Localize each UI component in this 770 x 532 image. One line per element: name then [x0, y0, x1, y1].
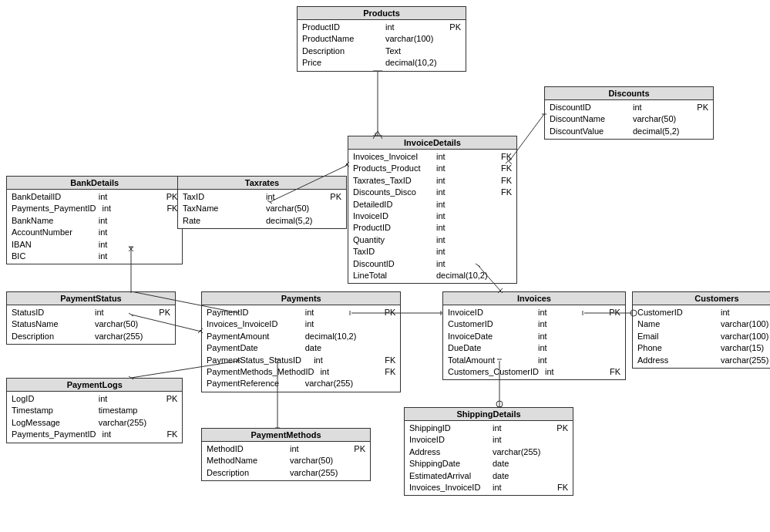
col-key — [162, 417, 177, 429]
col-key — [496, 246, 512, 258]
table-row: Payments_PaymentIDintFK — [10, 203, 179, 214]
col-type: varchar(50) — [633, 113, 687, 125]
col-type: decimal(5,2) — [266, 215, 320, 227]
col-name: LogID — [12, 393, 89, 405]
col-key: FK — [380, 366, 395, 378]
col-name: Payments_PaymentID — [12, 429, 96, 440]
entity-header-paymentlogs: PaymentLogs — [7, 379, 182, 392]
entity-paymentstatus: PaymentStatusStatusIDintPKStatusNamevarc… — [6, 291, 176, 345]
col-type: varchar(255) — [290, 467, 344, 479]
col-type: date — [493, 458, 546, 470]
table-row: IBANint — [10, 239, 179, 251]
col-key — [326, 215, 341, 227]
table-row: Ratedecimal(5,2) — [181, 215, 343, 227]
col-type: int — [99, 227, 153, 238]
table-row: DiscountIDint — [351, 258, 513, 270]
col-type: int — [436, 210, 490, 222]
col-name: ShippingDate — [409, 458, 486, 470]
entity-invoices: InvoicesInvoiceIDintPKCustomerIDintInvoi… — [442, 291, 626, 380]
col-name: PaymentDate — [207, 342, 284, 354]
col-name: ProductID — [302, 22, 379, 33]
col-type: varchar(100) — [385, 33, 439, 45]
col-type: int — [538, 318, 592, 330]
col-key — [693, 113, 708, 125]
col-name: PaymentMethods_MethodID — [207, 366, 314, 378]
col-name: DueDate — [448, 342, 525, 354]
table-row: BICint — [10, 251, 179, 262]
table-row: ProductIDint — [351, 222, 513, 234]
entity-customers: CustomersCustomerIDintPKNamevarchar(100)… — [632, 291, 770, 369]
col-key — [496, 210, 512, 222]
col-key — [162, 405, 177, 416]
entity-body-payments: PaymentIDintPKInvoices_InvoiceIDintPayme… — [202, 305, 400, 392]
col-key — [162, 215, 177, 227]
table-row: MethodIDintPK — [205, 443, 367, 455]
col-type: varchar(100) — [721, 331, 770, 342]
col-type: int — [95, 307, 149, 318]
col-name: StatusName — [12, 318, 89, 330]
col-key: PK — [326, 191, 341, 203]
col-name: InvoiceID — [409, 434, 486, 446]
col-type: int — [314, 355, 368, 366]
entity-payments: PaymentsPaymentIDintPKInvoices_InvoiceID… — [201, 291, 401, 392]
col-type: int — [436, 234, 490, 246]
col-type: int — [266, 191, 320, 203]
entity-header-discounts: Discounts — [545, 87, 713, 100]
col-key — [553, 434, 568, 446]
table-row: Addressvarchar(255) — [408, 446, 570, 458]
col-type: varchar(15) — [721, 342, 770, 354]
col-type: int — [436, 151, 490, 163]
col-type: int — [538, 331, 592, 342]
col-name: Name — [637, 318, 715, 330]
col-key — [155, 331, 170, 342]
entity-body-customers: CustomerIDintPKNamevarchar(100)Emailvarc… — [633, 305, 770, 368]
col-type: varchar(50) — [95, 318, 149, 330]
col-type: date — [493, 470, 546, 482]
table-row: PaymentAmountdecimal(10,2) — [205, 331, 397, 342]
col-type: varchar(50) — [290, 455, 344, 466]
table-row: MethodNamevarchar(50) — [205, 455, 367, 466]
col-key — [553, 458, 568, 470]
col-key — [155, 318, 170, 330]
table-row: PaymentReferencevarchar(255) — [205, 378, 397, 389]
col-name: EstimatedArrival — [409, 470, 486, 482]
col-type: int — [436, 222, 490, 234]
col-key — [326, 203, 341, 214]
col-key — [162, 227, 177, 238]
col-type: varchar(255) — [721, 355, 770, 366]
entity-header-paymentmethods: PaymentMethods — [202, 429, 370, 442]
col-name: MethodName — [207, 455, 284, 466]
col-key — [162, 251, 177, 262]
col-name: InvoiceID — [448, 307, 525, 318]
col-type: int — [385, 22, 439, 33]
col-type: int — [436, 199, 490, 210]
table-row: DueDateint — [446, 342, 622, 354]
table-row: ProductIDintPK — [301, 22, 462, 33]
col-name: BankDetailID — [12, 191, 89, 203]
table-row: PaymentIDintPK — [205, 307, 397, 318]
table-row: Addressvarchar(255) — [636, 355, 770, 366]
col-type: int — [436, 163, 490, 174]
col-type: int — [99, 239, 153, 251]
table-row: Customers_CustomerIDintFK — [446, 366, 622, 378]
col-key: FK — [162, 203, 177, 214]
col-key: FK — [496, 187, 512, 198]
col-type: int — [99, 393, 153, 405]
col-type: int — [493, 434, 546, 446]
table-row: TaxIDint — [351, 246, 513, 258]
col-type: int — [102, 203, 156, 214]
col-key: FK — [553, 482, 568, 493]
col-key — [380, 378, 395, 389]
table-row: LineTotaldecimal(10,2) — [351, 270, 513, 281]
entity-taxrates: TaxratesTaxIDintPKTaxNamevarchar(50)Rate… — [177, 176, 347, 229]
col-key — [605, 318, 620, 330]
col-type: int — [290, 443, 344, 455]
col-type: int — [545, 366, 599, 378]
table-row: DiscountIDintPK — [548, 102, 710, 113]
col-type: varchar(100) — [721, 318, 770, 330]
col-name: CustomerID — [448, 318, 525, 330]
col-name: PaymentReference — [207, 378, 284, 389]
table-row: ShippingDatedate — [408, 458, 570, 470]
col-type: decimal(10,2) — [436, 270, 490, 281]
col-key — [350, 467, 365, 479]
